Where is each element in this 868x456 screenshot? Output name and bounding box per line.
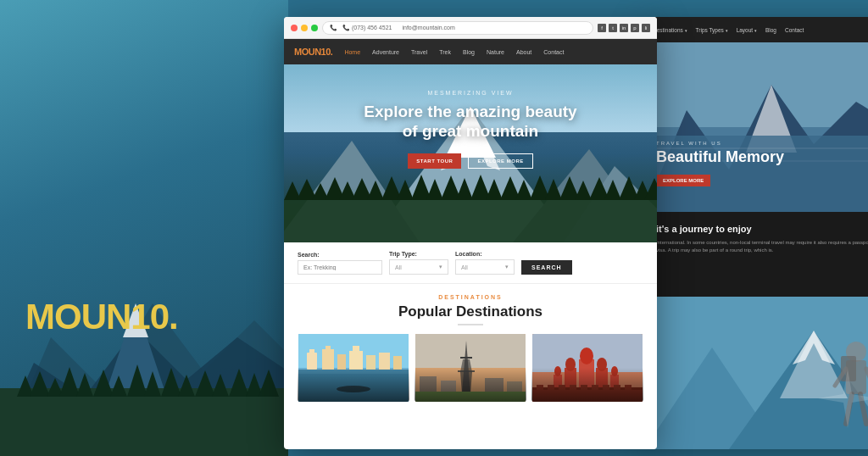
svg-rect-105 [644, 42, 868, 127]
trip-type-value: All [395, 264, 402, 270]
venice-overlay [298, 368, 409, 402]
email-text: info@mountain.com [402, 25, 454, 31]
svg-rect-74 [460, 357, 472, 359]
right-explore-button[interactable]: EXPLORE MORE [656, 175, 710, 186]
svg-rect-57 [309, 349, 314, 354]
browser-center: 📞 📞 (073) 456 4521 info@mountain.com f t… [284, 17, 657, 449]
svg-rect-59 [326, 346, 331, 351]
location-value: All [461, 264, 468, 270]
hero-buttons: START TOUR EXPLORE MORE [284, 153, 657, 169]
social-icons: f t in p li [598, 24, 650, 32]
nav-nature[interactable]: Nature [487, 49, 504, 55]
watermark-icon [814, 364, 868, 432]
pinterest-icon[interactable]: p [631, 24, 639, 32]
explore-more-button[interactable]: EXPLORE MORE [468, 153, 532, 169]
site-navigation: MOUN10. Home Adventure Travel Trek Blog … [284, 39, 657, 64]
start-tour-button[interactable]: START TOUR [408, 153, 461, 169]
destinations-title: Popular Destinations [298, 303, 643, 320]
moscow-overlay [531, 368, 643, 402]
search-section: Search: Trip Type: All ▾ Location: All ▾… [284, 242, 657, 284]
address-bar[interactable]: 📞 📞 (073) 456 4521 info@mountain.com [322, 21, 593, 35]
right-nav-contact[interactable]: Contact [785, 27, 804, 33]
right-nav-blog[interactable]: Blog [765, 27, 776, 33]
svg-marker-123 [818, 369, 868, 428]
logo-orange-part: 10. [321, 47, 333, 57]
browser-dots [291, 25, 318, 31]
svg-rect-61 [349, 351, 363, 370]
nav-contact[interactable]: Contact [543, 49, 564, 55]
destinations-section: DESTINATIONS Popular Destinations [284, 284, 657, 412]
right-section-title: it's a journey to enjoy [656, 224, 868, 234]
twitter-icon[interactable]: t [609, 24, 617, 32]
search-label: Search: [298, 252, 382, 258]
hero-title-line2: of great mountain [403, 122, 538, 140]
logo-text-white: MOUN [25, 297, 131, 336]
site-logo: MOUN10. [294, 47, 332, 57]
hero-title: Explore the amazing beauty of great moun… [284, 103, 657, 142]
destination-paris[interactable] [415, 334, 526, 402]
search-field: Search: [298, 252, 382, 275]
right-hero-tag: TRAVEL WITH US [656, 141, 868, 146]
background-panel: MOUN10. [0, 0, 288, 456]
phone-text: 📞 (073) 456 4521 [342, 25, 392, 31]
browser-right: Destinations ▾ Trips Types ▾ Layout ▾ Bl… [644, 17, 868, 449]
search-row: Search: Trip Type: All ▾ Location: All ▾… [298, 251, 643, 275]
right-section-text: International. In some countries, non-lo… [656, 239, 868, 254]
destination-venice[interactable] [298, 334, 409, 402]
instagram-icon[interactable]: in [620, 24, 628, 32]
svg-rect-4 [0, 388, 288, 456]
location-arrow-icon: ▾ [505, 264, 509, 270]
location-select[interactable]: All ▾ [455, 259, 515, 275]
svg-rect-62 [353, 346, 359, 353]
nav-trek[interactable]: Trek [439, 49, 451, 55]
right-nav-destinations[interactable]: Destinations ▾ [653, 27, 687, 33]
right-middle-section: it's a journey to enjoy International. I… [644, 212, 868, 297]
right-hero-section: TRAVEL WITH US Beautiful Memory EXPLORE … [644, 42, 868, 212]
dot-close[interactable] [291, 25, 298, 31]
background-mountains [0, 219, 288, 456]
hero-subtitle: MESMERIZING VIEW [284, 90, 657, 96]
right-site-nav: Destinations ▾ Trips Types ▾ Layout ▾ Bl… [644, 17, 868, 42]
trip-type-field: Trip Type: All ▾ [389, 251, 448, 275]
phone-icon: 📞 [330, 25, 337, 31]
destinations-tag: DESTINATIONS [298, 294, 643, 300]
hero-title-line1: Explore the amazing beauty [364, 103, 576, 120]
search-input[interactable] [298, 260, 382, 275]
svg-rect-70 [415, 334, 526, 368]
destination-moscow[interactable] [531, 334, 643, 402]
background-logo: MOUN10. [25, 297, 178, 337]
logo-white-part: MOUN [294, 47, 321, 57]
right-hero-title: Beautiful Memory [656, 149, 868, 166]
right-nav-trip-types[interactable]: Trips Types ▾ [696, 27, 728, 33]
paris-overlay [415, 368, 526, 402]
svg-rect-58 [322, 349, 334, 370]
right-bottom-section [644, 297, 868, 449]
svg-rect-56 [307, 353, 317, 370]
select-arrow-icon: ▾ [439, 264, 442, 270]
nav-adventure[interactable]: Adventure [372, 49, 399, 55]
linkedin-icon[interactable]: li [642, 24, 650, 32]
trip-type-select[interactable]: All ▾ [389, 259, 448, 275]
search-button[interactable]: SEARCH [521, 260, 572, 275]
location-field: Location: All ▾ [455, 251, 515, 275]
right-hero-bg [644, 42, 868, 212]
destinations-divider [458, 324, 483, 325]
hero-section: MESMERIZING VIEW Explore the amazing bea… [284, 64, 657, 242]
dot-minimize[interactable] [301, 25, 308, 31]
nav-about[interactable]: About [516, 49, 531, 55]
browser-toolbar: 📞 📞 (073) 456 4521 info@mountain.com f t… [284, 17, 657, 39]
svg-rect-64 [379, 353, 390, 370]
right-nav-layout[interactable]: Layout ▾ [737, 27, 757, 33]
logo-text-accent: 10. [131, 297, 177, 336]
location-label: Location: [455, 251, 515, 257]
facebook-icon[interactable]: f [598, 24, 606, 32]
hero-content: MESMERIZING VIEW Explore the amazing bea… [284, 90, 657, 169]
trip-type-label: Trip Type: [389, 251, 448, 257]
dot-maximize[interactable] [311, 25, 318, 31]
destinations-grid [298, 334, 643, 402]
nav-blog[interactable]: Blog [463, 49, 475, 55]
nav-travel[interactable]: Travel [411, 49, 427, 55]
right-hero-content: TRAVEL WITH US Beautiful Memory EXPLORE … [656, 141, 868, 186]
svg-rect-27 [284, 200, 657, 242]
nav-home[interactable]: Home [344, 49, 360, 55]
